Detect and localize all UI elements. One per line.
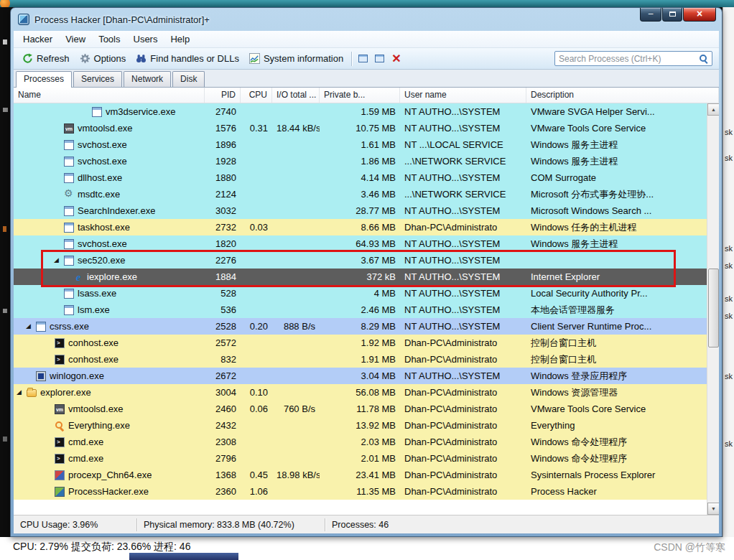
- process-row[interactable]: conhost.exe 832 1.91 MB Dhan-PC\Administ…: [14, 351, 707, 368]
- find-handles-button[interactable]: Find handles or DLLs: [131, 51, 244, 66]
- process-icon: [92, 107, 102, 117]
- process-row[interactable]: conhost.exe 2572 1.92 MB Dhan-PC\Adminis…: [14, 335, 707, 351]
- refresh-button[interactable]: Refresh: [17, 51, 75, 66]
- process-row[interactable]: iexplore.exe 1884 372 kB NT AUTHO...\SYS…: [14, 269, 707, 285]
- process-row[interactable]: SearchIndexer.exe 3032 28.77 MB NT AUTHO…: [14, 202, 707, 219]
- process-cpu: [241, 202, 272, 219]
- process-name-cell: SearchIndexer.exe: [14, 202, 205, 219]
- background-text-fragment: sk: [725, 261, 733, 270]
- tab[interactable]: Disk: [172, 71, 205, 87]
- system-information-button[interactable]: System information: [244, 51, 348, 66]
- process-row[interactable]: taskhost.exe 2732 0.03 8.66 MB Dhan-PC\A…: [14, 219, 707, 235]
- window-icon: [358, 55, 368, 62]
- column-header-io-total[interactable]: I/O total ...: [272, 88, 320, 103]
- menu-item[interactable]: Hacker: [17, 32, 59, 47]
- menu-item[interactable]: Tools: [92, 32, 126, 47]
- process-row[interactable]: vmtoolsd.exe 2460 0.06 760 B/s 11.78 MB …: [14, 401, 707, 417]
- column-header-pid[interactable]: PID: [205, 88, 241, 103]
- process-description: Process Hacker: [526, 483, 707, 500]
- process-io-total: [272, 483, 320, 500]
- process-description: Internet Explorer: [526, 269, 707, 285]
- process-cpu: [241, 235, 272, 252]
- screenshot-root: sksksksksksksksk CPU: 2.79% 提交负荷: 23.66%…: [0, 0, 734, 560]
- scroll-down-button[interactable]: ▼: [707, 503, 719, 515]
- process-pid: 2460: [205, 401, 241, 417]
- tree-expander-icon[interactable]: [54, 252, 64, 269]
- process-icon: [64, 157, 74, 167]
- menu-item[interactable]: View: [59, 32, 92, 47]
- process-name: svchost.exe: [78, 235, 127, 252]
- process-row[interactable]: cmd.exe 2308 2.03 MB Dhan-PC\Administrat…: [14, 434, 707, 450]
- process-row[interactable]: svchost.exe 1928 1.86 MB ...\NETWORK SER…: [14, 153, 707, 169]
- process-io-total: 888 B/s: [272, 318, 320, 335]
- process-row[interactable]: explorer.exe 3004 0.10 56.08 MB Dhan-PC\…: [14, 384, 707, 401]
- process-row[interactable]: ProcessHacker.exe 2360 1.06 11.35 MB Dha…: [14, 483, 707, 500]
- window-tool-button-2[interactable]: [371, 52, 388, 65]
- process-row[interactable]: lsm.exe 536 2.46 MB NT AUTHO...\SYSTEM 本…: [14, 302, 707, 318]
- titlebar[interactable]: Process Hacker [Dhan-PC\Administrator]+ …: [11, 8, 722, 31]
- process-name-cell: iexplore.exe: [14, 269, 205, 285]
- search-icon[interactable]: [699, 54, 708, 63]
- process-pid: 2528: [205, 318, 241, 335]
- vertical-scrollbar[interactable]: ▲ ▼: [707, 103, 719, 515]
- process-name: conhost.exe: [68, 335, 119, 351]
- column-header-user-name[interactable]: User name: [400, 88, 526, 103]
- tree-expander-icon[interactable]: [17, 384, 27, 401]
- process-row[interactable]: csrss.exe 2528 0.20 888 B/s 8.29 MB NT A…: [14, 318, 707, 335]
- tree-indent: [17, 293, 54, 294]
- process-row[interactable]: Everything.exe 2432 13.92 MB Dhan-PC\Adm…: [14, 417, 707, 434]
- column-header-description[interactable]: Description: [526, 88, 719, 103]
- process-private-bytes: 2.03 MB: [320, 434, 400, 450]
- column-header-name[interactable]: Name: [14, 88, 205, 103]
- tree-expander-icon[interactable]: [26, 318, 36, 335]
- process-row[interactable]: cmd.exe 2796 2.01 MB Dhan-PC\Administrat…: [14, 450, 707, 467]
- process-row[interactable]: msdtc.exe 2124 3.46 MB ...\NETWORK SERVI…: [14, 186, 707, 202]
- close-tool-button[interactable]: ✕: [388, 52, 404, 66]
- options-button[interactable]: Options: [75, 51, 131, 66]
- process-row[interactable]: dllhost.exe 1880 4.14 MB NT AUTHO...\SYS…: [14, 169, 707, 186]
- process-row[interactable]: svchost.exe 1820 64.93 MB NT AUTHO...\SY…: [14, 235, 707, 252]
- menu-item[interactable]: Users: [127, 32, 164, 47]
- process-private-bytes: 1.92 MB: [320, 335, 400, 351]
- process-row[interactable]: lsass.exe 528 4 MB NT AUTHO...\SYSTEM Lo…: [14, 285, 707, 302]
- maximize-button[interactable]: [662, 8, 682, 22]
- tab[interactable]: Services: [73, 71, 122, 87]
- process-row[interactable]: sec520.exe 2276 3.67 MB NT AUTHO...\SYST…: [14, 252, 707, 269]
- minimize-button[interactable]: –: [640, 8, 661, 22]
- process-io-total: [272, 202, 320, 219]
- column-header-cpu[interactable]: CPU: [241, 88, 272, 103]
- menu-bar: HackerViewToolsUsersHelp: [14, 31, 719, 48]
- search-processes-input[interactable]: Search Processes (Ctrl+K): [554, 51, 712, 66]
- process-name-cell: ProcessHacker.exe: [14, 483, 205, 500]
- process-row[interactable]: procexp_Chn64.exe 1368 0.45 18.98 kB/s 2…: [14, 467, 707, 483]
- process-row[interactable]: svchost.exe 1896 1.61 MB NT ...\LOCAL SE…: [14, 136, 707, 153]
- process-cpu: [241, 434, 272, 450]
- process-name: csrss.exe: [50, 318, 89, 335]
- process-name-cell: lsass.exe: [14, 285, 205, 302]
- process-name-cell: msdtc.exe: [14, 186, 205, 202]
- tab[interactable]: Processes: [16, 71, 72, 88]
- tab[interactable]: Network: [124, 71, 171, 87]
- process-row[interactable]: vmtoolsd.exe 1576 0.31 18.44 kB/s 10.75 …: [14, 120, 707, 136]
- system-information-label: System information: [264, 53, 343, 64]
- process-name: taskhost.exe: [78, 219, 130, 235]
- menu-item[interactable]: Help: [164, 32, 196, 47]
- process-description: Client Server Runtime Proc...: [526, 318, 707, 335]
- process-user-name: Dhan-PC\Administrato: [400, 434, 526, 450]
- process-row[interactable]: vm3dservice.exe 2740 1.59 MB NT AUTHO...…: [14, 103, 707, 120]
- process-user-name: Dhan-PC\Administrato: [400, 351, 526, 368]
- close-button[interactable]: ×: [683, 8, 716, 22]
- process-description: [526, 252, 707, 269]
- column-header-private-bytes[interactable]: Private b...: [320, 88, 400, 103]
- process-name: winlogon.exe: [50, 368, 104, 384]
- chart-icon: [249, 53, 260, 64]
- process-cpu: [241, 269, 272, 285]
- scrollbar-thumb[interactable]: [708, 269, 719, 347]
- process-pid: 2308: [205, 434, 241, 450]
- process-name-cell: csrss.exe: [14, 318, 205, 335]
- process-pid: 2432: [205, 417, 241, 434]
- process-cpu: [241, 450, 272, 467]
- process-row[interactable]: winlogon.exe 2672 3.04 MB NT AUTHO...\SY…: [14, 368, 707, 384]
- scroll-up-button[interactable]: ▲: [707, 103, 719, 116]
- window-tool-button-1[interactable]: [355, 52, 371, 65]
